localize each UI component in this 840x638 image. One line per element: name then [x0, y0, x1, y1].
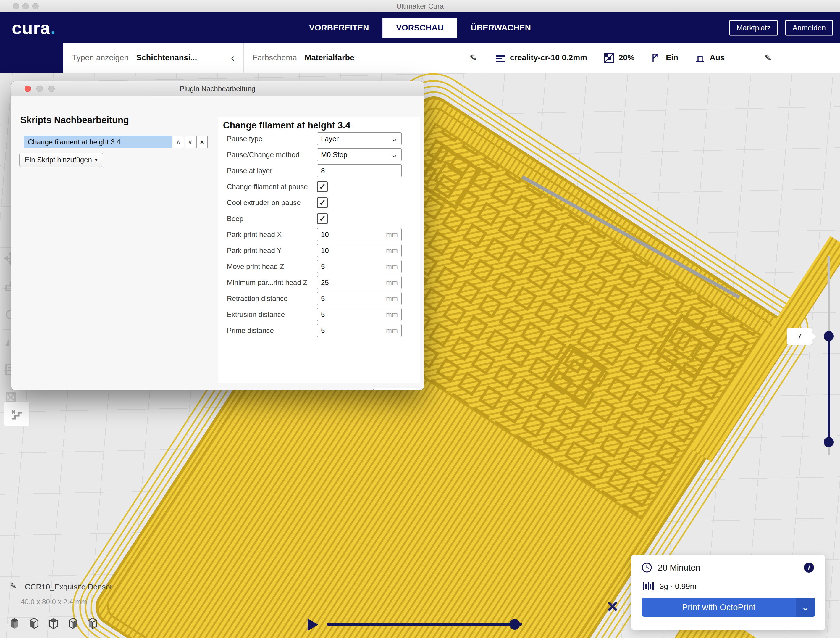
view-type-selector[interactable]: Typen anzeigen Schichtenansi... ‹: [63, 43, 244, 73]
layer-slider-lower-handle[interactable]: [824, 437, 834, 447]
plugin-post-processing-dialog: Plugin Nachbearbeitung Skripts Nachbearb…: [11, 81, 424, 390]
view-3d-icon[interactable]: [8, 617, 21, 630]
unit-suffix: mm: [386, 310, 398, 319]
print-job-panel: 20 Minuten i 3g · 0.99m Print with OctoP…: [631, 555, 825, 630]
park-print-head-x-input[interactable]: 10mm: [317, 228, 402, 241]
form-row: Park print head Y10mm: [218, 243, 420, 259]
form-row: Change filament at pause✓: [218, 179, 420, 195]
adhesion-setting[interactable]: Aus: [695, 53, 725, 63]
object-list-panel[interactable]: [4, 402, 30, 426]
field-label: Pause/Change method: [218, 150, 317, 159]
move-script-up-button[interactable]: ∧: [173, 136, 184, 148]
camera-view-presets: [8, 617, 99, 630]
script-list-item[interactable]: Change filament at height 3.4 ∧ ∨ ×: [24, 136, 208, 148]
color-scheme-selector[interactable]: Farbschema Materialfarbe ✎: [244, 43, 486, 73]
input-value: 25: [321, 279, 329, 287]
info-icon[interactable]: i: [804, 562, 814, 573]
pause-type-select[interactable]: Layer⌄: [317, 132, 402, 145]
timeline-scrubber-handle[interactable]: [509, 619, 520, 630]
tab-ueberwachen[interactable]: ÜBERWACHEN: [457, 18, 545, 38]
print-time-estimate: 20 Minuten: [658, 563, 700, 573]
tab-vorschau[interactable]: VORSCHAU: [382, 18, 457, 38]
input-value: 8: [321, 166, 325, 175]
layer-slider-upper-handle[interactable]: [824, 331, 834, 341]
window-zoom-button[interactable]: [32, 3, 39, 9]
stage-tabs: VORBEREITEN VORSCHAU ÜBERWACHEN: [295, 18, 545, 38]
form-row: Pause typeLayer⌄: [218, 131, 420, 147]
input-value: 10: [321, 231, 329, 239]
logo-dot: .: [51, 18, 56, 38]
window-titlebar[interactable]: Ultimaker Cura: [0, 0, 840, 13]
selected-script-name[interactable]: Change filament at height 3.4: [24, 136, 172, 148]
dialog-close-action-button[interactable]: Schließen: [373, 388, 420, 390]
beep-checkbox[interactable]: ✓: [317, 213, 328, 224]
simulation-timeline[interactable]: [327, 623, 522, 625]
edit-view-pencil-icon[interactable]: ✎: [470, 53, 477, 63]
add-script-button[interactable]: Ein Skript hinzufügen ▾: [19, 153, 103, 167]
scripts-heading: Skripts Nachbearbeitung: [21, 115, 129, 125]
pause-at-layer-input[interactable]: 8: [317, 164, 402, 177]
printer-selector[interactable]: creality-cr-10 0.2mm: [495, 53, 587, 63]
field-label: Retraction distance: [218, 294, 317, 303]
park-print-head-y-input[interactable]: 10mm: [317, 244, 402, 257]
unit-suffix: mm: [386, 294, 398, 303]
tab-vorbereiten[interactable]: VORBEREITEN: [295, 18, 382, 38]
print-button-label[interactable]: Print with OctoPrint: [642, 598, 796, 617]
signin-button[interactable]: Anmelden: [785, 20, 833, 35]
rename-model-pencil-icon[interactable]: ✎: [10, 581, 17, 591]
clock-icon: [641, 562, 652, 573]
window-minimize-button[interactable]: [22, 3, 29, 9]
field-label: Park print head Y: [218, 247, 317, 255]
dialog-minimize-button[interactable]: [36, 85, 43, 92]
view-top-icon[interactable]: [47, 617, 60, 630]
view-type-value: Schichtenansi...: [136, 53, 197, 62]
change-filament-at-pause-checkbox[interactable]: ✓: [317, 181, 328, 192]
chevron-left-icon[interactable]: ‹: [231, 53, 235, 63]
dialog-zoom-button[interactable]: [48, 85, 55, 92]
script-settings-panel: Change filament at height 3.4 Pause type…: [218, 117, 420, 383]
material-estimate: 3g · 0.99m: [660, 582, 696, 591]
dialog-close-button[interactable]: [25, 85, 31, 92]
marketplace-button[interactable]: Marktplatz: [729, 20, 778, 35]
infill-setting[interactable]: 20%: [604, 53, 635, 63]
chevron-down-icon: ⌄: [802, 605, 810, 610]
layer-slider-range[interactable]: [827, 336, 830, 442]
edit-print-settings-pencil-icon[interactable]: ✎: [764, 53, 772, 63]
printer-icon: [495, 53, 506, 63]
script-settings-heading: Change filament at height 3.4: [223, 120, 351, 131]
infill-icon: [604, 53, 614, 63]
layer-slider-track[interactable]: [827, 256, 830, 336]
input-value: 5: [321, 310, 325, 319]
view-right-icon[interactable]: [86, 617, 99, 630]
unit-suffix: mm: [386, 247, 398, 255]
adjust-tools-icon[interactable]: [606, 600, 619, 613]
view-left-icon[interactable]: [67, 617, 79, 630]
form-row: Retraction distance5mm: [218, 291, 420, 307]
print-with-octoprint-button[interactable]: Print with OctoPrint ⌄: [642, 598, 815, 617]
pause-change-method-select[interactable]: M0 Stop⌄: [317, 148, 402, 161]
layer-steps-icon: [9, 406, 25, 422]
window-close-button[interactable]: [13, 3, 19, 9]
cool-extruder-on-pause-checkbox[interactable]: ✓: [317, 197, 328, 208]
support-setting[interactable]: Ein: [651, 53, 678, 63]
print-options-caret[interactable]: ⌄: [796, 598, 815, 617]
retraction-distance-input[interactable]: 5mm: [317, 292, 402, 305]
unit-suffix: mm: [386, 326, 398, 335]
remove-script-button[interactable]: ×: [196, 136, 208, 148]
field-label: Park print head X: [218, 231, 317, 239]
unit-suffix: mm: [386, 279, 398, 287]
field-label: Cool extruder on pause: [218, 199, 317, 207]
move-script-down-button[interactable]: ∨: [185, 136, 196, 148]
prime-distance-input[interactable]: 5mm: [317, 324, 402, 337]
extrusion-distance-input[interactable]: 5mm: [317, 308, 402, 321]
dialog-titlebar[interactable]: Plugin Nachbearbeitung: [11, 81, 424, 97]
minimum-par-rint-head-z-input[interactable]: 25mm: [317, 276, 402, 289]
input-value: 10: [321, 247, 329, 255]
chevron-down-icon: ⌄: [391, 136, 398, 141]
color-scheme-label: Farbschema: [253, 53, 297, 62]
unit-suffix: mm: [386, 231, 398, 239]
move-print-head-z-input[interactable]: 5mm: [317, 260, 402, 273]
unit-suffix: mm: [386, 263, 398, 271]
view-front-icon[interactable]: [28, 617, 40, 630]
play-button[interactable]: [308, 619, 318, 631]
